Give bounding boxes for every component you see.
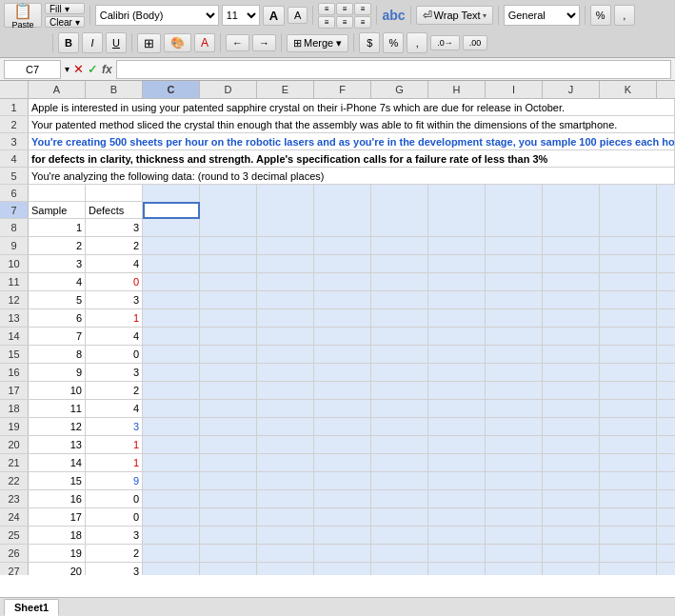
cell-h9[interactable] — [428, 237, 486, 254]
cell-g7[interactable] — [371, 202, 428, 219]
cell-g15[interactable] — [371, 346, 428, 363]
cell-b10[interactable]: 4 — [86, 255, 143, 272]
wrap-text-button[interactable]: ⏎ Wrap Text ▾ — [416, 6, 493, 25]
cell-l27[interactable] — [657, 563, 675, 575]
cell-e6[interactable] — [257, 185, 314, 202]
cell-j14[interactable] — [543, 328, 600, 345]
cell-a12[interactable]: 5 — [29, 291, 86, 308]
fill-color-button[interactable]: 🎨 — [164, 33, 191, 52]
cell-h18[interactable] — [428, 400, 486, 417]
col-header-d[interactable]: D — [200, 81, 257, 98]
cell-e25[interactable] — [257, 527, 314, 544]
cell-i22[interactable] — [486, 472, 543, 489]
cell-h23[interactable] — [428, 490, 486, 507]
cell-g8[interactable] — [371, 219, 428, 236]
cell-e18[interactable] — [257, 400, 314, 417]
cell-a6[interactable] — [29, 185, 86, 202]
cell-d20[interactable] — [200, 436, 257, 453]
cell-l12[interactable] — [657, 291, 675, 308]
cell-d26[interactable] — [200, 545, 257, 562]
cell-l7[interactable] — [657, 202, 675, 219]
cell-h26[interactable] — [428, 545, 486, 562]
cell-g14[interactable] — [371, 328, 428, 345]
cell-e22[interactable] — [257, 472, 314, 489]
cell-e15[interactable] — [257, 346, 314, 363]
cell-h19[interactable] — [428, 418, 486, 435]
underline-button[interactable]: U — [106, 32, 127, 53]
cell-a21[interactable]: 14 — [29, 454, 86, 471]
align-bottom-right-button[interactable]: ≡ — [354, 16, 371, 29]
cell-f8[interactable] — [314, 219, 371, 236]
row-num-9[interactable]: 9 — [0, 237, 29, 254]
italic-button[interactable]: I — [82, 32, 103, 53]
cell-f7[interactable] — [314, 202, 371, 219]
cell-a19[interactable]: 12 — [29, 418, 86, 435]
cell-b15[interactable]: 0 — [86, 346, 143, 363]
cell-j13[interactable] — [543, 309, 600, 327]
cell-c27[interactable] — [143, 563, 200, 575]
align-top-right-button[interactable]: ≡ — [354, 3, 371, 15]
col-header-i[interactable]: I — [486, 81, 543, 98]
cell-e10[interactable] — [257, 255, 314, 272]
cell-i14[interactable] — [486, 328, 543, 345]
cell-c20[interactable] — [143, 436, 200, 453]
percent2-button[interactable]: % — [383, 32, 404, 53]
cell-k10[interactable] — [600, 255, 657, 272]
row-num-24[interactable]: 24 — [0, 508, 29, 526]
cell-f20[interactable] — [314, 436, 371, 453]
paste-button[interactable]: 📋 Paste — [4, 3, 42, 28]
row-num-6[interactable]: 6 — [0, 185, 29, 201]
cell-b25[interactable]: 3 — [86, 527, 143, 544]
align-top-left-button[interactable]: ≡ — [318, 3, 335, 15]
cell-g18[interactable] — [371, 400, 428, 417]
cell-k23[interactable] — [600, 490, 657, 507]
cell-e14[interactable] — [257, 328, 314, 345]
cell-k24[interactable] — [600, 508, 657, 526]
cell-d23[interactable] — [200, 490, 257, 507]
cell-j18[interactable] — [543, 400, 600, 417]
shrink-font-button[interactable]: A — [288, 7, 308, 24]
cell-k12[interactable] — [600, 291, 657, 308]
cell-f15[interactable] — [314, 346, 371, 363]
cell-f23[interactable] — [314, 490, 371, 507]
comma-button[interactable]: , — [614, 5, 635, 26]
cell-c12[interactable] — [143, 291, 200, 308]
cell-j22[interactable] — [543, 472, 600, 489]
cell-a25[interactable]: 18 — [29, 527, 86, 544]
cell-g23[interactable] — [371, 490, 428, 507]
cell-f13[interactable] — [314, 309, 371, 327]
row-num-4[interactable]: 4 — [0, 150, 29, 167]
cell-k22[interactable] — [600, 472, 657, 489]
cell-j23[interactable] — [543, 490, 600, 507]
col-header-f[interactable]: F — [314, 81, 371, 98]
cell-h25[interactable] — [428, 527, 486, 544]
cell-i10[interactable] — [486, 255, 543, 272]
cell-c18[interactable] — [143, 400, 200, 417]
cell-i25[interactable] — [486, 527, 543, 544]
dec-dec-button[interactable]: .00 — [463, 35, 488, 50]
col-header-l[interactable]: L — [657, 81, 675, 98]
cell-a23[interactable]: 16 — [29, 490, 86, 507]
cell-c22[interactable] — [143, 472, 200, 489]
cell-h24[interactable] — [428, 508, 486, 526]
cell-f18[interactable] — [314, 400, 371, 417]
cell-b27[interactable]: 3 — [86, 563, 143, 575]
cell-b12[interactable]: 3 — [86, 291, 143, 308]
cell-h17[interactable] — [428, 382, 486, 399]
cell-c17[interactable] — [143, 382, 200, 399]
cell-f21[interactable] — [314, 454, 371, 471]
cell-i12[interactable] — [486, 291, 543, 308]
cell-b21[interactable]: 1 — [86, 454, 143, 471]
cell-a15[interactable]: 8 — [29, 346, 86, 363]
cell-a2[interactable]: Your patented method sliced the crystal … — [29, 116, 675, 132]
cell-g12[interactable] — [371, 291, 428, 308]
cell-e16[interactable] — [257, 364, 314, 381]
col-header-c[interactable]: C — [143, 81, 200, 98]
cell-d24[interactable] — [200, 508, 257, 526]
row-num-12[interactable]: 12 — [0, 291, 29, 308]
cell-g25[interactable] — [371, 527, 428, 544]
cell-b24[interactable]: 0 — [86, 508, 143, 526]
cell-f14[interactable] — [314, 328, 371, 345]
dec-inc-button[interactable]: .0→ — [430, 35, 460, 50]
cell-j19[interactable] — [543, 418, 600, 435]
